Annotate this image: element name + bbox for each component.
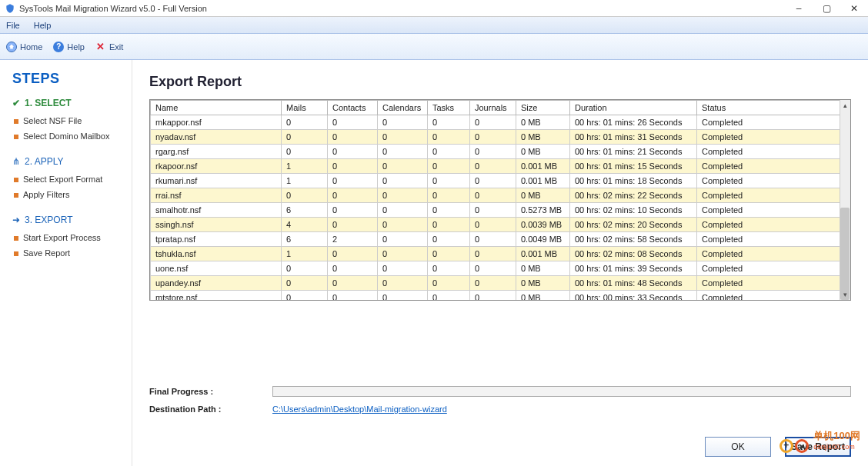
brand-name: 单机100网 (813, 430, 860, 441)
scroll-up-icon[interactable]: ▴ (840, 100, 850, 111)
filter-icon: ⋔ (12, 156, 20, 167)
cell-mails: 0 (282, 115, 328, 130)
step-2-head[interactable]: ⋔ 2. APPLY (12, 156, 125, 167)
cell-duration: 00 hrs: 01 mins: 21 Seconds (570, 145, 697, 159)
cell-duration: 00 hrs: 01 mins: 18 Seconds (570, 174, 697, 188)
window-max-button[interactable]: ▢ (813, 0, 840, 17)
cell-mails: 0 (282, 291, 328, 301)
toolbar-home-button[interactable]: Home (6, 42, 42, 52)
cell-contacts: 0 (328, 261, 378, 276)
table-row[interactable]: ssingh.nsf400000.0039 MB00 hrs: 02 mins:… (151, 218, 850, 232)
cell-size: 0 MB (516, 130, 570, 145)
window-close-button[interactable]: ✕ (840, 0, 868, 17)
scroll-thumb[interactable] (840, 208, 850, 300)
cell-tasks: 0 (428, 159, 470, 174)
cell-duration: 00 hrs: 01 mins: 48 Seconds (570, 276, 697, 291)
table-row[interactable]: tshukla.nsf100000.001 MB00 hrs: 02 mins:… (151, 247, 850, 261)
cell-calendars: 0 (378, 203, 428, 218)
table-row[interactable]: mtstore.nsf000000 MB00 hrs: 00 mins: 33 … (151, 291, 850, 301)
cell-duration: 00 hrs: 02 mins: 58 Seconds (570, 232, 697, 247)
cell-journals: 0 (470, 130, 516, 145)
menu-file[interactable]: File (6, 21, 20, 30)
ok-button[interactable]: OK (705, 437, 771, 457)
cell-tasks: 0 (428, 291, 470, 301)
cell-status: Completed (697, 174, 850, 188)
window-min-button[interactable]: – (785, 0, 813, 17)
sidebar-item[interactable]: Select Domino Mailbox (12, 128, 125, 144)
table-row[interactable]: tpratap.nsf620000.0049 MB00 hrs: 02 mins… (151, 232, 850, 247)
table-row[interactable]: smalhotr.nsf600000.5273 MB00 hrs: 02 min… (151, 203, 850, 218)
sidebar-item[interactable]: Start Export Process (12, 230, 125, 245)
cell-mails: 0 (282, 188, 328, 203)
cell-status: Completed (697, 276, 850, 291)
th-duration[interactable]: Duration (570, 101, 697, 115)
table-row[interactable]: rkumari.nsf100000.001 MB00 hrs: 01 mins:… (151, 174, 850, 188)
th-status[interactable]: Status (697, 101, 850, 115)
cell-journals: 0 (470, 218, 516, 232)
step-3-head[interactable]: ➜ 3. EXPORT (12, 215, 125, 225)
table-row[interactable]: rkapoor.nsf100000.001 MB00 hrs: 01 mins:… (151, 159, 850, 174)
home-icon (6, 42, 17, 52)
destination-path-link[interactable]: C:\Users\admin\Desktop\Mail-migration-wi… (272, 404, 447, 414)
table-row[interactable]: uone.nsf000000 MB00 hrs: 01 mins: 39 Sec… (151, 261, 850, 276)
table-row[interactable]: mkappor.nsf000000 MB00 hrs: 01 mins: 26 … (151, 115, 850, 130)
th-name[interactable]: Name (151, 101, 282, 115)
cell-calendars: 0 (378, 145, 428, 159)
toolbar-exit-button[interactable]: ✕ Exit (95, 42, 123, 52)
sidebar-item[interactable]: Apply Filters (12, 187, 125, 202)
cell-mails: 1 (282, 174, 328, 188)
th-size[interactable]: Size (516, 101, 570, 115)
th-journals[interactable]: Journals (470, 101, 516, 115)
sidebar-item[interactable]: Select NSF File (12, 113, 125, 128)
watermark-brand: 单机100网 danji100.com (780, 429, 860, 463)
report-table-wrap: Name Mails Contacts Calendars Tasks Jour… (149, 99, 851, 301)
cell-size: 0.001 MB (516, 159, 570, 174)
table-row[interactable]: nyadav.nsf000000 MB00 hrs: 01 mins: 31 S… (151, 130, 850, 145)
scroll-down-icon[interactable]: ▾ (840, 289, 850, 300)
table-row[interactable]: rgarg.nsf000000 MB00 hrs: 01 mins: 21 Se… (151, 145, 850, 159)
cell-journals: 0 (470, 291, 516, 301)
th-contacts[interactable]: Contacts (328, 101, 378, 115)
cell-size: 0.0049 MB (516, 232, 570, 247)
cell-calendars: 0 (378, 130, 428, 145)
cell-size: 0 MB (516, 261, 570, 276)
cell-calendars: 0 (378, 188, 428, 203)
cell-journals: 0 (470, 261, 516, 276)
step-1-head[interactable]: ✔ 1. SELECT (12, 98, 125, 108)
cell-status: Completed (697, 145, 850, 159)
th-mails[interactable]: Mails (282, 101, 328, 115)
table-row[interactable]: upandey.nsf000000 MB00 hrs: 01 mins: 48 … (151, 276, 850, 291)
toolbar-exit-label: Exit (109, 42, 123, 52)
cell-mails: 1 (282, 247, 328, 261)
cell-duration: 00 hrs: 02 mins: 22 Seconds (570, 188, 697, 203)
cell-contacts: 2 (328, 232, 378, 247)
step-1-label: 1. SELECT (25, 98, 72, 108)
step-3-label: 3. EXPORT (25, 215, 72, 225)
check-icon: ✔ (12, 98, 20, 108)
cell-tasks: 0 (428, 130, 470, 145)
cell-status: Completed (697, 115, 850, 130)
sidebar-item[interactable]: Save Report (12, 245, 125, 261)
cell-status: Completed (697, 203, 850, 218)
steps-title: STEPS (12, 71, 125, 87)
cell-size: 0.5273 MB (516, 203, 570, 218)
cell-tasks: 0 (428, 188, 470, 203)
cell-size: 0 MB (516, 115, 570, 130)
table-row[interactable]: rrai.nsf000000 MB00 hrs: 02 mins: 22 Sec… (151, 188, 850, 203)
cell-contacts: 0 (328, 159, 378, 174)
th-tasks[interactable]: Tasks (428, 101, 470, 115)
cell-mails: 0 (282, 276, 328, 291)
menu-help[interactable]: Help (34, 21, 52, 30)
cell-calendars: 0 (378, 218, 428, 232)
table-scrollbar[interactable]: ▴ ▾ (840, 100, 850, 300)
brand-url: danji100.com (813, 443, 860, 451)
app-icon (5, 3, 15, 14)
toolbar: Home ? Help ✕ Exit (0, 34, 868, 60)
cell-contacts: 0 (328, 145, 378, 159)
sidebar-item[interactable]: Select Export Format (12, 171, 125, 187)
cell-name: smalhotr.nsf (151, 203, 282, 218)
cell-calendars: 0 (378, 291, 428, 301)
th-calendars[interactable]: Calendars (378, 101, 428, 115)
toolbar-help-button[interactable]: ? Help (53, 42, 85, 52)
brand-icon-1 (780, 439, 793, 453)
